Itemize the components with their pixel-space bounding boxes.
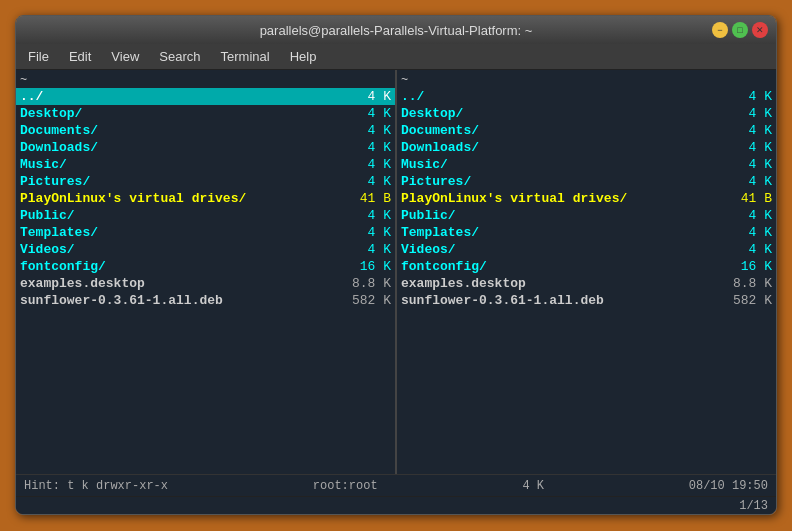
left-panel: ~ ../4 KDesktop/4 KDocuments/4 KDownload… (16, 70, 395, 474)
list-item[interactable]: Music/4 K (397, 156, 776, 173)
right-panel: ~ ../4 KDesktop/4 KDocuments/4 KDownload… (397, 70, 776, 474)
file-name: examples.desktop (20, 276, 145, 291)
status-hint: Hint: t k drwxr-xr-x (24, 479, 168, 493)
list-item[interactable]: Documents/4 K (16, 122, 395, 139)
file-name: Desktop/ (20, 106, 82, 121)
list-item[interactable]: Desktop/4 K (16, 105, 395, 122)
list-item[interactable]: fontconfig/16 K (16, 258, 395, 275)
menu-view[interactable]: View (107, 47, 143, 66)
file-name: ../ (401, 89, 424, 104)
list-item[interactable]: Music/4 K (16, 156, 395, 173)
main-area: ~ ../4 KDesktop/4 KDocuments/4 KDownload… (16, 70, 776, 514)
file-size: 4 K (749, 89, 772, 104)
file-size: 4 K (749, 157, 772, 172)
file-size: 4 K (749, 123, 772, 138)
file-name: Music/ (401, 157, 448, 172)
file-name: Music/ (20, 157, 67, 172)
file-name: fontconfig/ (20, 259, 106, 274)
list-item[interactable]: Videos/4 K (16, 241, 395, 258)
status-bar: Hint: t k drwxr-xr-x root:root 4 K 08/10… (16, 474, 776, 496)
bottom-bar: 1/13 (16, 496, 776, 514)
file-name: Pictures/ (20, 174, 90, 189)
file-size: 582 K (352, 293, 391, 308)
list-item[interactable]: PlayOnLinux's virtual drives/41 B (397, 190, 776, 207)
list-item[interactable]: Templates/4 K (16, 224, 395, 241)
list-item[interactable]: ../4 K (397, 88, 776, 105)
file-name: Downloads/ (401, 140, 479, 155)
file-size: 4 K (368, 208, 391, 223)
file-size: 41 B (360, 191, 391, 206)
file-name: PlayOnLinux's virtual drives/ (401, 191, 627, 206)
file-size: 4 K (368, 225, 391, 240)
status-datetime: 08/10 19:50 (689, 479, 768, 493)
right-panel-path: ~ (397, 72, 776, 88)
file-size: 4 K (749, 174, 772, 189)
file-name: PlayOnLinux's virtual drives/ (20, 191, 246, 206)
file-name: Videos/ (20, 242, 75, 257)
file-size: 4 K (749, 225, 772, 240)
window-controls: − □ ✕ (712, 22, 768, 38)
list-item[interactable]: Pictures/4 K (397, 173, 776, 190)
maximize-button[interactable]: □ (732, 22, 748, 38)
file-size: 4 K (749, 242, 772, 257)
list-item[interactable]: Templates/4 K (397, 224, 776, 241)
menu-search[interactable]: Search (155, 47, 204, 66)
list-item[interactable]: sunflower-0.3.61-1.all.deb582 K (16, 292, 395, 309)
file-size: 4 K (368, 140, 391, 155)
file-size: 4 K (368, 157, 391, 172)
file-size: 4 K (368, 242, 391, 257)
menu-edit[interactable]: Edit (65, 47, 95, 66)
file-name: Desktop/ (401, 106, 463, 121)
list-item[interactable]: Desktop/4 K (397, 105, 776, 122)
file-size: 41 B (741, 191, 772, 206)
file-size: 8.8 K (733, 276, 772, 291)
page-info: 1/13 (739, 499, 768, 513)
file-name: Documents/ (401, 123, 479, 138)
list-item[interactable]: Videos/4 K (397, 241, 776, 258)
list-item[interactable]: sunflower-0.3.61-1.all.deb582 K (397, 292, 776, 309)
file-name: Templates/ (20, 225, 98, 240)
file-size: 16 K (360, 259, 391, 274)
terminal-window: parallels@parallels-Parallels-Virtual-Pl… (15, 15, 777, 515)
list-item[interactable]: Downloads/4 K (397, 139, 776, 156)
menu-help[interactable]: Help (286, 47, 321, 66)
list-item[interactable]: fontconfig/16 K (397, 258, 776, 275)
left-file-list: ../4 KDesktop/4 KDocuments/4 KDownloads/… (16, 88, 395, 472)
file-name: Public/ (20, 208, 75, 223)
right-file-list: ../4 KDesktop/4 KDocuments/4 KDownloads/… (397, 88, 776, 472)
file-size: 582 K (733, 293, 772, 308)
file-size: 16 K (741, 259, 772, 274)
close-button[interactable]: ✕ (752, 22, 768, 38)
file-size: 4 K (368, 123, 391, 138)
status-size: 4 K (522, 479, 544, 493)
list-item[interactable]: examples.desktop8.8 K (16, 275, 395, 292)
file-name: Documents/ (20, 123, 98, 138)
list-item[interactable]: Public/4 K (16, 207, 395, 224)
minimize-button[interactable]: − (712, 22, 728, 38)
window-title: parallels@parallels-Parallels-Virtual-Pl… (260, 23, 533, 38)
title-bar: parallels@parallels-Parallels-Virtual-Pl… (16, 16, 776, 44)
list-item[interactable]: Public/4 K (397, 207, 776, 224)
list-item[interactable]: Pictures/4 K (16, 173, 395, 190)
file-size: 4 K (368, 89, 391, 104)
left-panel-path: ~ (16, 72, 395, 88)
list-item[interactable]: ../4 K (16, 88, 395, 105)
list-item[interactable]: examples.desktop8.8 K (397, 275, 776, 292)
file-size: 4 K (368, 174, 391, 189)
file-size: 4 K (749, 106, 772, 121)
file-size: 4 K (749, 208, 772, 223)
list-item[interactable]: Downloads/4 K (16, 139, 395, 156)
file-name: Templates/ (401, 225, 479, 240)
list-item[interactable]: Documents/4 K (397, 122, 776, 139)
file-name: sunflower-0.3.61-1.all.deb (20, 293, 223, 308)
menu-bar: File Edit View Search Terminal Help (16, 44, 776, 70)
menu-terminal[interactable]: Terminal (217, 47, 274, 66)
file-size: 8.8 K (352, 276, 391, 291)
menu-file[interactable]: File (24, 47, 53, 66)
file-name: examples.desktop (401, 276, 526, 291)
panels-row: ~ ../4 KDesktop/4 KDocuments/4 KDownload… (16, 70, 776, 474)
file-name: Pictures/ (401, 174, 471, 189)
file-name: fontconfig/ (401, 259, 487, 274)
list-item[interactable]: PlayOnLinux's virtual drives/41 B (16, 190, 395, 207)
file-name: Videos/ (401, 242, 456, 257)
